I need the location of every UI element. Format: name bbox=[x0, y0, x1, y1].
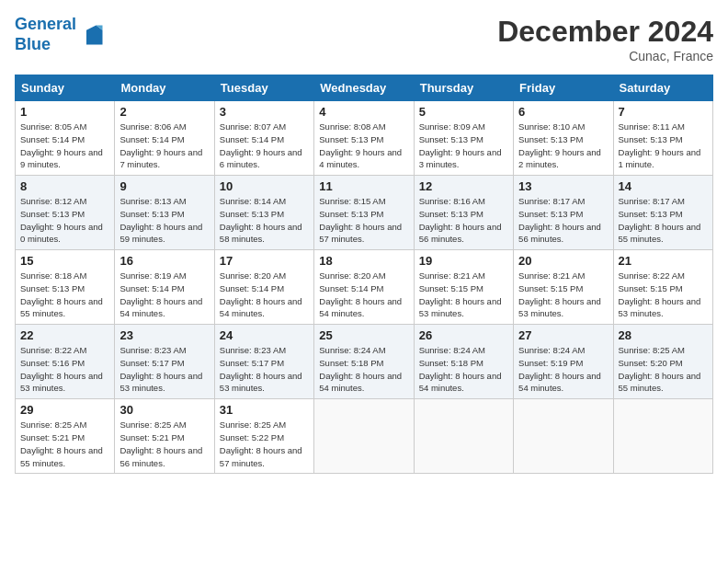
day-info: Sunrise: 8:25 AMSunset: 5:20 PMDaylight:… bbox=[619, 344, 708, 395]
day-info: Sunrise: 8:24 AMSunset: 5:18 PMDaylight:… bbox=[419, 344, 508, 395]
day-info: Sunrise: 8:06 AMSunset: 5:14 PMDaylight:… bbox=[119, 121, 209, 171]
day-number: 3 bbox=[220, 105, 309, 119]
calendar-week-row: 8Sunrise: 8:12 AMSunset: 5:13 PMDaylight… bbox=[16, 176, 713, 250]
day-info: Sunrise: 8:09 AMSunset: 5:13 PMDaylight:… bbox=[419, 121, 508, 171]
day-number: 11 bbox=[319, 179, 408, 193]
calendar-cell: 18Sunrise: 8:20 AMSunset: 5:14 PMDayligh… bbox=[314, 250, 414, 325]
day-number: 22 bbox=[20, 328, 109, 342]
calendar-cell: 7Sunrise: 8:11 AMSunset: 5:13 PMDaylight… bbox=[613, 101, 712, 176]
day-number: 13 bbox=[518, 179, 608, 193]
day-number: 8 bbox=[20, 179, 109, 193]
day-info: Sunrise: 8:21 AMSunset: 5:15 PMDaylight:… bbox=[419, 270, 508, 320]
day-number: 7 bbox=[619, 105, 708, 119]
calendar-cell: 2Sunrise: 8:06 AMSunset: 5:14 PMDaylight… bbox=[115, 101, 214, 176]
day-info: Sunrise: 8:10 AMSunset: 5:13 PMDaylight:… bbox=[518, 121, 608, 171]
day-info: Sunrise: 8:24 AMSunset: 5:19 PMDaylight:… bbox=[518, 344, 608, 395]
title-block: December 2024 Cunac, France bbox=[497, 15, 713, 63]
calendar-cell: 5Sunrise: 8:09 AMSunset: 5:13 PMDaylight… bbox=[414, 101, 513, 176]
day-number: 18 bbox=[319, 254, 408, 268]
month-year-title: December 2024 bbox=[497, 15, 713, 49]
day-number: 30 bbox=[119, 403, 209, 417]
day-info: Sunrise: 8:14 AMSunset: 5:13 PMDaylight:… bbox=[220, 195, 309, 246]
calendar-cell: 1Sunrise: 8:05 AMSunset: 5:14 PMDaylight… bbox=[16, 101, 115, 176]
day-number: 10 bbox=[220, 179, 309, 193]
calendar-cell: 31Sunrise: 8:25 AMSunset: 5:22 PMDayligh… bbox=[214, 399, 313, 474]
day-number: 24 bbox=[220, 328, 309, 342]
weekday-header-tuesday: Tuesday bbox=[214, 75, 313, 101]
location-label: Cunac, France bbox=[497, 49, 713, 63]
day-number: 14 bbox=[619, 179, 708, 193]
day-number: 19 bbox=[419, 254, 508, 268]
day-number: 6 bbox=[518, 105, 608, 119]
logo-text: GeneralBlue bbox=[15, 15, 76, 54]
day-info: Sunrise: 8:25 AMSunset: 5:21 PMDaylight:… bbox=[20, 419, 109, 469]
day-number: 16 bbox=[119, 254, 209, 268]
day-number: 9 bbox=[119, 179, 209, 193]
day-number: 23 bbox=[119, 328, 209, 342]
day-number: 21 bbox=[619, 254, 708, 268]
day-info: Sunrise: 8:17 AMSunset: 5:13 PMDaylight:… bbox=[619, 195, 708, 246]
day-info: Sunrise: 8:24 AMSunset: 5:18 PMDaylight:… bbox=[319, 344, 408, 395]
weekday-header-thursday: Thursday bbox=[414, 75, 513, 101]
calendar-week-row: 15Sunrise: 8:18 AMSunset: 5:13 PMDayligh… bbox=[16, 250, 713, 325]
day-number: 15 bbox=[20, 254, 109, 268]
weekday-header-friday: Friday bbox=[514, 75, 613, 101]
day-info: Sunrise: 8:08 AMSunset: 5:13 PMDaylight:… bbox=[319, 121, 408, 171]
day-number: 26 bbox=[419, 328, 508, 342]
calendar-cell: 6Sunrise: 8:10 AMSunset: 5:13 PMDaylight… bbox=[514, 101, 613, 176]
day-info: Sunrise: 8:22 AMSunset: 5:15 PMDaylight:… bbox=[619, 270, 708, 320]
calendar-cell bbox=[314, 399, 414, 474]
calendar-cell: 17Sunrise: 8:20 AMSunset: 5:14 PMDayligh… bbox=[214, 250, 313, 325]
calendar-cell: 11Sunrise: 8:15 AMSunset: 5:13 PMDayligh… bbox=[314, 176, 414, 250]
day-number: 1 bbox=[20, 105, 109, 119]
day-info: Sunrise: 8:12 AMSunset: 5:13 PMDaylight:… bbox=[20, 195, 109, 246]
calendar-week-row: 1Sunrise: 8:05 AMSunset: 5:14 PMDaylight… bbox=[16, 101, 713, 176]
day-info: Sunrise: 8:23 AMSunset: 5:17 PMDaylight:… bbox=[220, 344, 309, 395]
day-info: Sunrise: 8:19 AMSunset: 5:14 PMDaylight:… bbox=[119, 270, 209, 320]
calendar-cell: 10Sunrise: 8:14 AMSunset: 5:13 PMDayligh… bbox=[214, 176, 313, 250]
calendar-cell bbox=[613, 399, 712, 474]
day-info: Sunrise: 8:25 AMSunset: 5:22 PMDaylight:… bbox=[220, 419, 309, 469]
calendar-table: SundayMondayTuesdayWednesdayThursdayFrid… bbox=[15, 75, 713, 474]
day-number: 2 bbox=[119, 105, 209, 119]
calendar-cell: 15Sunrise: 8:18 AMSunset: 5:13 PMDayligh… bbox=[16, 250, 115, 325]
weekday-header-monday: Monday bbox=[115, 75, 214, 101]
calendar-cell: 24Sunrise: 8:23 AMSunset: 5:17 PMDayligh… bbox=[214, 325, 313, 399]
calendar-cell: 23Sunrise: 8:23 AMSunset: 5:17 PMDayligh… bbox=[115, 325, 214, 399]
calendar-cell bbox=[514, 399, 613, 474]
day-info: Sunrise: 8:15 AMSunset: 5:13 PMDaylight:… bbox=[319, 195, 408, 246]
day-info: Sunrise: 8:16 AMSunset: 5:13 PMDaylight:… bbox=[419, 195, 508, 246]
day-number: 29 bbox=[20, 403, 109, 417]
logo: GeneralBlue bbox=[15, 15, 106, 54]
calendar-cell: 8Sunrise: 8:12 AMSunset: 5:13 PMDaylight… bbox=[16, 176, 115, 250]
calendar-cell: 25Sunrise: 8:24 AMSunset: 5:18 PMDayligh… bbox=[314, 325, 414, 399]
weekday-header-wednesday: Wednesday bbox=[314, 75, 414, 101]
weekday-header-sunday: Sunday bbox=[16, 75, 115, 101]
day-info: Sunrise: 8:11 AMSunset: 5:13 PMDaylight:… bbox=[619, 121, 708, 171]
weekday-header-row: SundayMondayTuesdayWednesdayThursdayFrid… bbox=[16, 75, 713, 101]
calendar-cell: 3Sunrise: 8:07 AMSunset: 5:14 PMDaylight… bbox=[214, 101, 313, 176]
calendar-cell: 9Sunrise: 8:13 AMSunset: 5:13 PMDaylight… bbox=[115, 176, 214, 250]
calendar-cell: 20Sunrise: 8:21 AMSunset: 5:15 PMDayligh… bbox=[514, 250, 613, 325]
calendar-week-row: 29Sunrise: 8:25 AMSunset: 5:21 PMDayligh… bbox=[16, 399, 713, 474]
day-info: Sunrise: 8:21 AMSunset: 5:15 PMDaylight:… bbox=[518, 270, 608, 320]
logo-icon bbox=[80, 22, 106, 48]
calendar-cell: 29Sunrise: 8:25 AMSunset: 5:21 PMDayligh… bbox=[16, 399, 115, 474]
day-number: 5 bbox=[419, 105, 508, 119]
calendar-cell: 27Sunrise: 8:24 AMSunset: 5:19 PMDayligh… bbox=[514, 325, 613, 399]
calendar-week-row: 22Sunrise: 8:22 AMSunset: 5:16 PMDayligh… bbox=[16, 325, 713, 399]
day-info: Sunrise: 8:13 AMSunset: 5:13 PMDaylight:… bbox=[119, 195, 209, 246]
day-number: 17 bbox=[220, 254, 309, 268]
calendar-cell: 22Sunrise: 8:22 AMSunset: 5:16 PMDayligh… bbox=[16, 325, 115, 399]
calendar-cell: 28Sunrise: 8:25 AMSunset: 5:20 PMDayligh… bbox=[613, 325, 712, 399]
calendar-cell: 21Sunrise: 8:22 AMSunset: 5:15 PMDayligh… bbox=[613, 250, 712, 325]
day-info: Sunrise: 8:20 AMSunset: 5:14 PMDaylight:… bbox=[220, 270, 309, 320]
calendar-cell: 14Sunrise: 8:17 AMSunset: 5:13 PMDayligh… bbox=[613, 176, 712, 250]
calendar-cell: 30Sunrise: 8:25 AMSunset: 5:21 PMDayligh… bbox=[115, 399, 214, 474]
day-number: 28 bbox=[619, 328, 708, 342]
day-info: Sunrise: 8:17 AMSunset: 5:13 PMDaylight:… bbox=[518, 195, 608, 246]
calendar-cell: 26Sunrise: 8:24 AMSunset: 5:18 PMDayligh… bbox=[414, 325, 513, 399]
calendar-cell: 16Sunrise: 8:19 AMSunset: 5:14 PMDayligh… bbox=[115, 250, 214, 325]
calendar-cell: 4Sunrise: 8:08 AMSunset: 5:13 PMDaylight… bbox=[314, 101, 414, 176]
calendar-cell: 12Sunrise: 8:16 AMSunset: 5:13 PMDayligh… bbox=[414, 176, 513, 250]
